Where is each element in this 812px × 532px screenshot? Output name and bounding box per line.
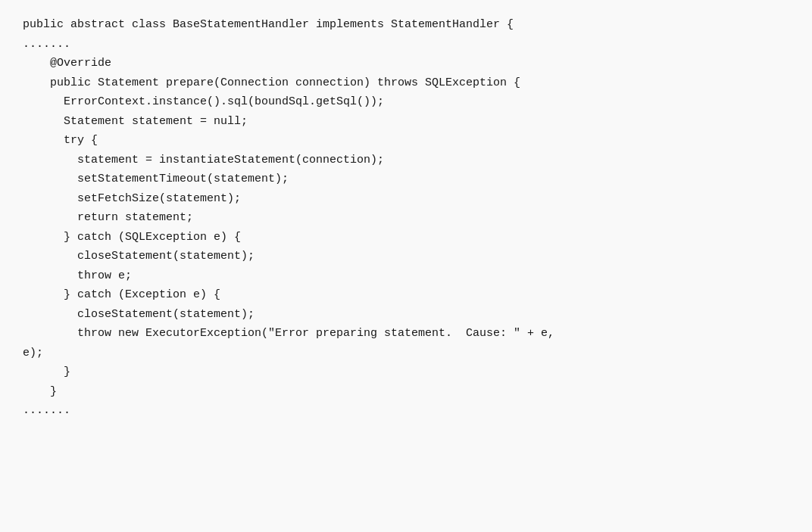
code-block: public abstract class BaseStatementHandl… [23, 15, 797, 421]
code-line: throw new ExecutorException("Error prepa… [23, 324, 797, 344]
code-line: public abstract class BaseStatementHandl… [23, 15, 797, 35]
code-line: ....... [23, 401, 797, 421]
code-container: public abstract class BaseStatementHandl… [0, 0, 812, 532]
code-line: closeStatement(statement); [23, 247, 797, 266]
code-line: Statement statement = null; [23, 112, 797, 132]
code-line: ErrorContext.instance().sql(boundSql.get… [23, 92, 797, 112]
code-line: statement = instantiateStatement(connect… [23, 151, 797, 170]
code-line: } [23, 362, 797, 382]
code-line: } [23, 382, 797, 402]
code-line: return statement; [23, 208, 797, 228]
code-line: closeStatement(statement); [23, 305, 797, 325]
code-line: throw e; [23, 266, 797, 286]
code-line: ....... [23, 35, 797, 54]
code-line: try { [23, 131, 797, 151]
code-line: e); [23, 344, 797, 363]
code-line: } catch (Exception e) { [23, 285, 797, 305]
code-line: } catch (SQLException e) { [23, 228, 797, 247]
code-line: setFetchSize(statement); [23, 189, 797, 209]
code-line: @Override [23, 54, 797, 73]
code-line: public Statement prepare(Connection conn… [23, 73, 797, 93]
code-line: setStatementTimeout(statement); [23, 170, 797, 189]
